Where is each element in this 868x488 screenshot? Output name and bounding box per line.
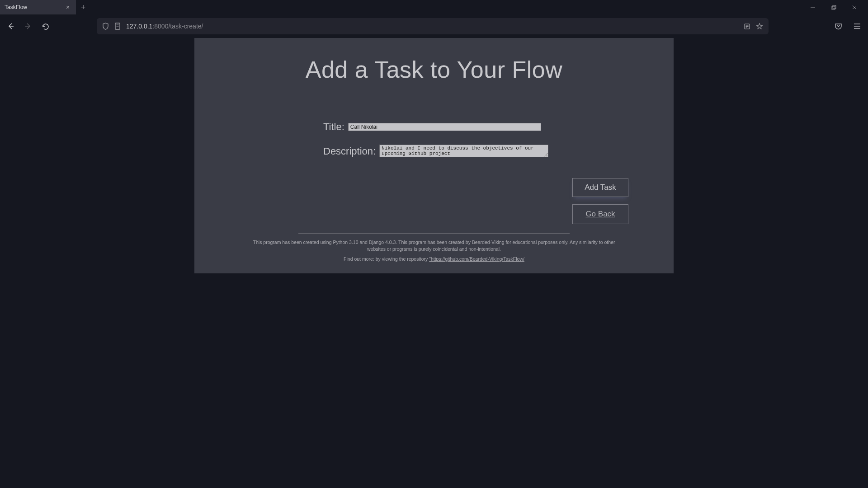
bookmark-star-icon[interactable]	[756, 23, 763, 30]
pocket-icon[interactable]	[832, 20, 844, 33]
go-back-link[interactable]: Go Back	[572, 204, 628, 224]
title-label: Title:	[323, 121, 344, 133]
title-row: Title:	[323, 121, 541, 133]
back-icon[interactable]	[5, 20, 17, 33]
shield-icon[interactable]	[102, 23, 109, 30]
svg-rect-1	[832, 6, 835, 9]
browser-tab[interactable]: TaskFlow ×	[0, 0, 76, 14]
minimize-icon[interactable]	[804, 1, 822, 14]
footer-divider	[298, 233, 570, 234]
title-input[interactable]	[348, 123, 541, 131]
description-row: Description:	[323, 145, 548, 157]
footer: This program has been created using Pyth…	[194, 233, 674, 263]
footer-text-1: This program has been created using Pyth…	[249, 239, 619, 252]
page-title: Add a Task to Your Flow	[194, 56, 674, 83]
description-label: Description:	[323, 145, 376, 157]
button-column: Add Task Go Back	[572, 178, 628, 224]
url-text: 127.0.0.1:8000/task-create/	[126, 23, 738, 30]
url-port: :8000	[152, 23, 168, 30]
close-window-icon[interactable]	[845, 1, 863, 14]
svg-rect-2	[833, 5, 836, 9]
description-textarea[interactable]	[379, 145, 548, 157]
tab-title: TaskFlow	[5, 4, 64, 10]
content-card: Add a Task to Your Flow Title: Descripti…	[194, 38, 674, 273]
footer-text-2: Find out more: by viewing the repository…	[249, 256, 619, 263]
add-task-button[interactable]: Add Task	[572, 178, 628, 197]
close-tab-icon[interactable]: ×	[64, 4, 71, 11]
maximize-icon[interactable]	[825, 1, 843, 14]
page-viewport: Add a Task to Your Flow Title: Descripti…	[0, 38, 868, 273]
address-bar[interactable]: 127.0.0.1:8000/task-create/	[97, 18, 769, 34]
hamburger-menu-icon[interactable]	[851, 20, 863, 33]
footer-prefix: Find out more: by viewing the repository	[344, 256, 429, 262]
browser-toolbar: 127.0.0.1:8000/task-create/	[0, 14, 868, 38]
forward-icon[interactable]	[22, 20, 34, 33]
repo-link[interactable]: "https://github.com/Bearded-Viking/TaskF…	[429, 256, 524, 262]
url-host: 127.0.0.1	[126, 23, 152, 30]
url-path: /task-create/	[168, 23, 203, 30]
browser-titlebar: TaskFlow × +	[0, 0, 868, 14]
reload-icon[interactable]	[39, 20, 52, 33]
reader-mode-icon[interactable]	[744, 23, 750, 30]
new-tab-button[interactable]: +	[76, 3, 90, 12]
page-info-icon[interactable]	[114, 23, 121, 30]
window-controls	[804, 1, 868, 14]
task-form: Title: Description: Add Task Go Back	[194, 121, 674, 224]
